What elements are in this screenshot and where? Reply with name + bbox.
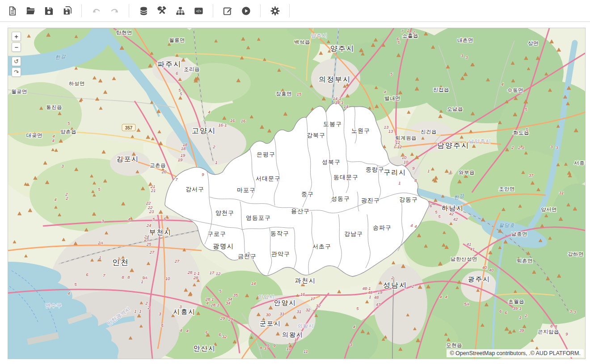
road-number-label: 1-1 — [194, 271, 200, 276]
city-label: 부천시 — [149, 228, 172, 236]
road-number-label: 1 — [427, 168, 430, 173]
road-number-label: 17 — [210, 270, 215, 275]
road-number-label: 5 — [161, 323, 164, 328]
admin-area-label: 연수구 — [45, 303, 62, 308]
road-number-label: 5 — [180, 91, 182, 96]
road-number-label: 2 — [411, 284, 414, 289]
district-label: 관악구 — [271, 251, 290, 257]
road-number-label: 4 — [54, 197, 56, 202]
road-number-label: 28 — [187, 270, 193, 275]
town-label: 양서면 — [541, 207, 557, 212]
district-label: 동대문구 — [333, 174, 358, 180]
town-label: 진접읍 — [433, 87, 449, 92]
run-button[interactable] — [240, 5, 252, 17]
road-number-label: 31 — [280, 311, 285, 316]
open-folder-button[interactable] — [25, 5, 36, 17]
tools-button[interactable] — [156, 5, 168, 17]
city-label: 군포시 — [260, 320, 281, 327]
undo-icon — [91, 6, 101, 16]
road-number-label: 4 — [180, 328, 182, 333]
city-label: 안양시 — [274, 299, 297, 306]
district-label: 강서구 — [185, 186, 204, 192]
road-number-label: 8 — [550, 323, 553, 328]
database-button[interactable] — [138, 5, 149, 17]
town-label: 조리읍 — [184, 67, 200, 72]
city-label: 광명시 — [213, 243, 234, 250]
road-number-label: 14 — [344, 104, 349, 109]
sitemap-button[interactable] — [174, 5, 186, 17]
road-number-label: 29 — [220, 316, 225, 321]
road-number-label: 2 — [412, 29, 415, 34]
road-number-label: 10 — [404, 159, 409, 164]
road-number-label: 24 — [146, 223, 152, 228]
town-label: 월곶면 — [11, 89, 27, 94]
water-label: 팔당호 — [499, 222, 515, 228]
road-number-label: 3 — [61, 163, 64, 168]
road-number-label: 5 — [438, 214, 441, 219]
road-number-label: 7 — [103, 273, 105, 278]
settings-button[interactable] — [269, 5, 281, 17]
road-number-label: 6 — [499, 309, 502, 314]
road-number-label: 28-1 — [210, 302, 219, 307]
road-number-label: 3 — [264, 346, 266, 351]
district-label: 동작구 — [270, 230, 289, 237]
road-number-label: 9 — [412, 166, 415, 171]
road-number-label: 9 — [565, 331, 568, 336]
road-number-label: 4 — [501, 82, 503, 87]
rotate-ccw-button[interactable]: ↺ — [12, 57, 21, 66]
zoom-out-button[interactable]: − — [12, 42, 21, 52]
city-label: 인천 — [112, 258, 129, 267]
city-label: 의왕시 — [282, 331, 303, 338]
admin-area-label: 남양주시 — [469, 138, 491, 144]
road-number-label: 7 — [175, 177, 178, 182]
road-number-label: 2 — [65, 196, 68, 201]
road-number-label: 12 — [216, 271, 221, 276]
road-number-label: 2 — [393, 143, 396, 148]
code-button[interactable]: </> — [193, 5, 204, 17]
district-label: 중구 — [301, 191, 314, 197]
road-number-label: 3 — [556, 145, 558, 150]
road-number-label: 4 — [52, 138, 54, 143]
road-number-label: 15 — [297, 92, 302, 96]
city-label: 김포시 — [117, 155, 139, 163]
road-number-label: 5A — [464, 301, 469, 306]
road-number-label: 6 — [86, 272, 88, 277]
road-number-label: 5 — [435, 209, 438, 214]
road-number-label: 9 — [202, 172, 204, 177]
road-number-label: 6 — [505, 310, 507, 315]
district-label: 금천구 — [238, 253, 257, 259]
road-number-label: 5 — [74, 282, 77, 287]
city-label: 안산시 — [194, 344, 216, 352]
road-number-label: 31 — [297, 309, 302, 314]
road-number-label: 39 — [519, 328, 524, 333]
road-number-label: 4 — [353, 324, 355, 329]
road-number-label: 8 — [260, 345, 262, 350]
map-canvas[interactable]: 도봉구노원구강북구은평구성북구중랑구서대문구동대문구마포구중구용산구성동구광진구… — [8, 28, 586, 359]
zoom-in-button[interactable]: + — [12, 32, 21, 41]
road-number-label: 10 — [165, 276, 170, 281]
road-number-label: 4 — [67, 291, 70, 296]
town-label: 통진읍 — [46, 105, 62, 110]
road-number-label: 5 — [205, 330, 208, 335]
save-all-button[interactable] — [61, 5, 73, 17]
town-label: 내촌면 — [457, 38, 473, 43]
town-label: 오남읍 — [447, 106, 463, 112]
new-file-button[interactable] — [6, 5, 18, 17]
road-number-label: 5 — [152, 217, 155, 222]
road-number-label: 28 — [193, 275, 198, 280]
road-number-label: 25 — [144, 237, 149, 242]
run-icon — [241, 6, 251, 16]
road-number-label: 1 — [139, 309, 141, 314]
save-button[interactable] — [43, 5, 55, 17]
town-label: 대곶면 — [26, 133, 42, 138]
district-label: 중랑구 — [366, 166, 384, 173]
redo-button — [109, 5, 120, 17]
rotate-cw-button[interactable]: ↷ — [12, 67, 21, 77]
city-label: 구리시 — [384, 168, 407, 176]
town-label: 서종면 — [574, 160, 585, 166]
district-label: 용산구 — [291, 208, 310, 214]
edit-button[interactable] — [222, 5, 233, 17]
road-number-label: 41 — [467, 242, 472, 247]
road-number-label: 4 — [206, 301, 208, 305]
road-number-label: 1 — [369, 294, 371, 299]
